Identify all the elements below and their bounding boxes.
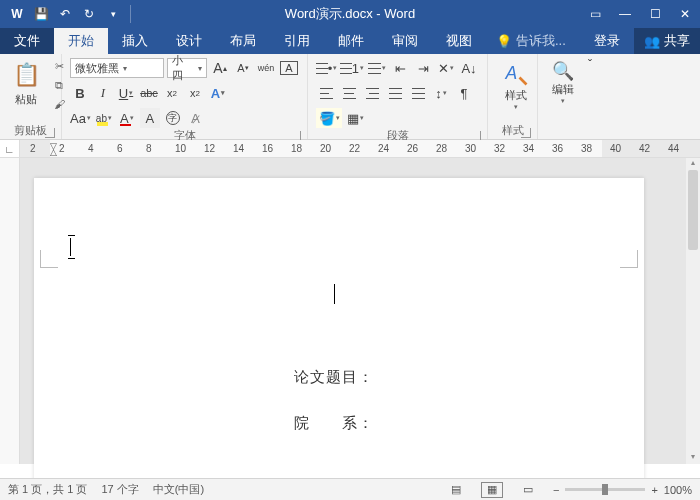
horizontal-ruler[interactable]: ∟ ▽ △ 2246810121416182022242628303234363… bbox=[0, 140, 700, 158]
read-mode-button[interactable]: ▤ bbox=[445, 482, 467, 498]
scroll-down-icon[interactable]: ▾ bbox=[686, 452, 700, 464]
dialog-launcher-icon[interactable] bbox=[45, 128, 55, 138]
decrease-indent-button[interactable]: ⇤ bbox=[390, 58, 410, 78]
font-color-button[interactable]: A▾ bbox=[117, 108, 137, 128]
grow-font-button[interactable]: A▴ bbox=[210, 58, 230, 78]
page-count[interactable]: 第 1 页，共 1 页 bbox=[8, 482, 87, 497]
bold-button[interactable]: B bbox=[70, 83, 90, 103]
tab-design[interactable]: 设计 bbox=[162, 28, 216, 54]
ruler-tick: 36 bbox=[552, 143, 563, 154]
align-center-button[interactable] bbox=[339, 83, 359, 103]
ribbon-options-icon[interactable]: ▭ bbox=[580, 0, 610, 28]
line-spacing-button[interactable]: ↕▾ bbox=[431, 83, 451, 103]
svg-text:A: A bbox=[505, 63, 518, 83]
tab-selector[interactable]: ∟ bbox=[0, 140, 20, 158]
scroll-up-icon[interactable]: ▴ bbox=[686, 158, 700, 170]
tab-view[interactable]: 视图 bbox=[432, 28, 486, 54]
maximize-button[interactable]: ☐ bbox=[640, 0, 670, 28]
clear-formatting-button[interactable]: A̷ bbox=[186, 108, 206, 128]
print-layout-button[interactable]: ▦ bbox=[481, 482, 503, 498]
underline-button[interactable]: U▾ bbox=[116, 83, 136, 103]
bullets-button[interactable]: •▾ bbox=[316, 58, 337, 78]
italic-button[interactable]: I bbox=[93, 83, 113, 103]
group-clipboard: 📋 粘贴 ✂ ⧉ 🖌 剪贴板 bbox=[0, 54, 62, 139]
increase-indent-button[interactable]: ⇥ bbox=[413, 58, 433, 78]
ribbon-tabs: 文件 开始 插入 设计 布局 引用 邮件 审阅 视图 💡 告诉我... 登录 👥… bbox=[0, 28, 700, 54]
show-marks-button[interactable]: ¶ bbox=[454, 83, 474, 103]
highlight-button[interactable]: ab▾ bbox=[94, 108, 114, 128]
scroll-thumb[interactable] bbox=[688, 170, 698, 250]
tab-layout[interactable]: 布局 bbox=[216, 28, 270, 54]
word-count[interactable]: 17 个字 bbox=[101, 482, 138, 497]
asian-layout-button[interactable]: ✕▾ bbox=[436, 58, 456, 78]
ruler-tick: 24 bbox=[378, 143, 389, 154]
page[interactable]: 论文题目： 院 系： bbox=[34, 178, 644, 500]
share-button[interactable]: 👥 共享 bbox=[634, 28, 700, 54]
strikethrough-button[interactable]: abc bbox=[139, 83, 159, 103]
justify-button[interactable] bbox=[385, 83, 405, 103]
ruler-tick: 22 bbox=[349, 143, 360, 154]
font-size-combo[interactable]: 小四▾ bbox=[167, 58, 207, 78]
borders-button[interactable]: ▦▾ bbox=[345, 108, 365, 128]
save-button[interactable]: 💾 bbox=[30, 3, 52, 25]
tab-mailings[interactable]: 邮件 bbox=[324, 28, 378, 54]
font-name-combo[interactable]: 微软雅黑▾ bbox=[70, 58, 164, 78]
numbering-button[interactable]: 1▾ bbox=[340, 58, 364, 78]
tell-me[interactable]: 💡 告诉我... bbox=[486, 28, 576, 54]
align-right-button[interactable] bbox=[362, 83, 382, 103]
document-area: 论文题目： 院 系： ▴ ▾ bbox=[0, 158, 700, 464]
redo-button[interactable]: ↻ bbox=[78, 3, 100, 25]
lightbulb-icon: 💡 bbox=[496, 34, 512, 49]
tab-review[interactable]: 审阅 bbox=[378, 28, 432, 54]
group-paragraph: •▾ 1▾ ▾ ⇤ ⇥ ✕▾ A↓ ↕▾ ¶ 🪣▾ ▦▾ 段 bbox=[308, 54, 488, 139]
dialog-launcher-icon[interactable] bbox=[521, 128, 531, 138]
tab-insert[interactable]: 插入 bbox=[108, 28, 162, 54]
subscript-button[interactable]: x2 bbox=[162, 83, 182, 103]
tab-references[interactable]: 引用 bbox=[270, 28, 324, 54]
vertical-scrollbar[interactable]: ▴ ▾ bbox=[686, 158, 700, 464]
web-layout-button[interactable]: ▭ bbox=[517, 482, 539, 498]
quick-access-toolbar: W 💾 ↶ ↻ ▾ bbox=[0, 3, 135, 25]
phonetic-guide-button[interactable]: wén bbox=[256, 58, 276, 78]
enclose-char-button[interactable]: 字 bbox=[163, 108, 183, 128]
zoom-slider[interactable] bbox=[565, 488, 645, 491]
paste-button[interactable]: 📋 粘贴 bbox=[8, 58, 44, 123]
shrink-font-button[interactable]: A▾ bbox=[233, 58, 253, 78]
search-icon: 🔍 bbox=[552, 60, 574, 82]
ruler-tick: 30 bbox=[465, 143, 476, 154]
character-border-button[interactable]: A bbox=[279, 58, 299, 78]
close-button[interactable]: ✕ bbox=[670, 0, 700, 28]
vertical-ruler[interactable] bbox=[0, 158, 20, 464]
tab-file[interactable]: 文件 bbox=[0, 28, 54, 54]
zoom-level[interactable]: 100% bbox=[664, 484, 692, 496]
language[interactable]: 中文(中国) bbox=[153, 482, 204, 497]
styles-icon: A bbox=[502, 60, 530, 88]
ruler-tick: 14 bbox=[233, 143, 244, 154]
multilevel-button[interactable]: ▾ bbox=[367, 58, 387, 78]
shading-button[interactable]: 🪣▾ bbox=[316, 108, 342, 128]
change-case-button[interactable]: Aa▾ bbox=[70, 108, 91, 128]
styles-button[interactable]: A 样式 ▾ bbox=[496, 58, 536, 123]
word-icon: W bbox=[6, 3, 28, 25]
superscript-button[interactable]: x2 bbox=[185, 83, 205, 103]
zoom-in-button[interactable]: + bbox=[651, 484, 657, 496]
collapse-ribbon-button[interactable]: ˇ bbox=[582, 54, 598, 139]
char-shading-button[interactable]: A bbox=[140, 108, 160, 128]
undo-button[interactable]: ↶ bbox=[54, 3, 76, 25]
tab-home[interactable]: 开始 bbox=[54, 28, 108, 54]
sort-button[interactable]: A↓ bbox=[459, 58, 479, 78]
zoom-out-button[interactable]: − bbox=[553, 484, 559, 496]
login-button[interactable]: 登录 bbox=[580, 28, 634, 54]
ruler-tick: 2 bbox=[59, 143, 65, 154]
ruler-ticks: ▽ △ 224681012141618202224262830323436384… bbox=[20, 140, 700, 157]
status-bar: 第 1 页，共 1 页 17 个字 中文(中国) ▤ ▦ ▭ − + 100% bbox=[0, 478, 700, 500]
edit-button[interactable]: 🔍 编辑 ▾ bbox=[546, 58, 580, 123]
minimize-button[interactable]: — bbox=[610, 0, 640, 28]
text-effects-button[interactable]: A▾ bbox=[208, 83, 228, 103]
ibeam-cursor-icon bbox=[70, 238, 71, 256]
distribute-button[interactable] bbox=[408, 83, 428, 103]
qat-customize[interactable]: ▾ bbox=[102, 3, 124, 25]
indent-marker-icon[interactable]: △ bbox=[50, 147, 57, 157]
ruler-tick: 40 bbox=[610, 143, 621, 154]
align-left-button[interactable] bbox=[316, 83, 336, 103]
